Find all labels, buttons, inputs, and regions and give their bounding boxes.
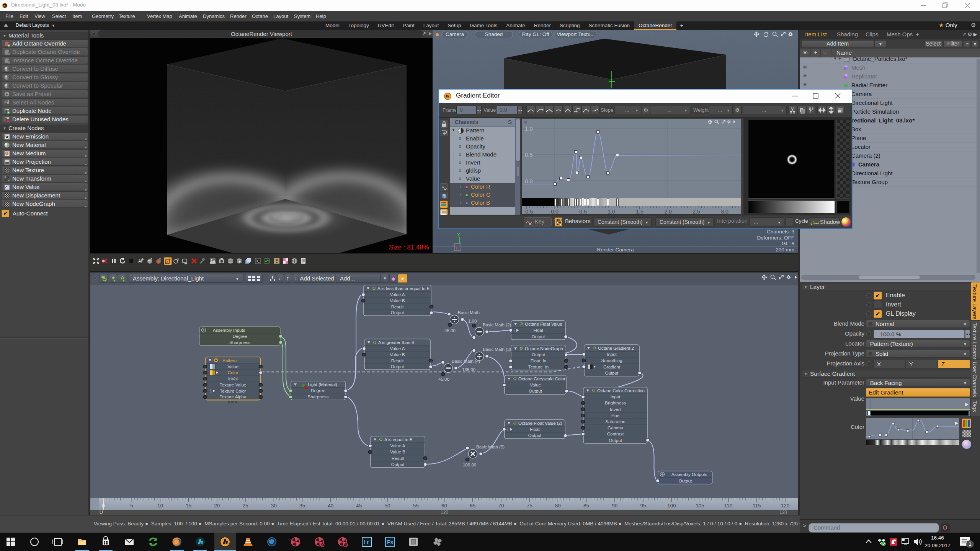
svg-text:Output: Output: [528, 433, 542, 438]
svg-text:Input: Input: [611, 395, 621, 399]
svg-text:Basic Math (3): Basic Math (3): [483, 347, 511, 352]
svg-text:Degree: Degree: [311, 388, 325, 393]
svg-text:3.0: 3.0: [721, 209, 728, 214]
svg-text:45.00: 45.00: [444, 328, 456, 333]
svg-text:25: 25: [243, 503, 248, 509]
svg-text:Output: Output: [391, 310, 404, 315]
svg-text:Invert: Invert: [610, 407, 621, 412]
svg-text:55: 55: [413, 503, 419, 509]
svg-text:40: 40: [328, 503, 333, 509]
svg-text:Texture Value: Texture Value: [220, 383, 246, 387]
svg-text:Color: Color: [228, 370, 238, 375]
svg-text:Value: Value: [227, 364, 238, 369]
svg-text:105: 105: [696, 503, 704, 509]
svg-text:Brightness: Brightness: [605, 401, 626, 405]
svg-text:Value A: Value A: [390, 443, 405, 448]
svg-text:A is greater than B: A is greater than B: [378, 340, 415, 345]
svg-text:110: 110: [724, 503, 733, 509]
svg-text:0.0: 0.0: [551, 209, 559, 214]
svg-text:Value A: Value A: [390, 292, 405, 297]
svg-text:Octane NodeGraph: Octane NodeGraph: [525, 346, 563, 351]
svg-text:20: 20: [214, 503, 220, 509]
svg-text:100: 100: [667, 503, 676, 509]
svg-text:2.5: 2.5: [693, 209, 700, 214]
svg-text:-0.5: -0.5: [524, 209, 533, 214]
svg-text:1.5: 1.5: [636, 209, 644, 214]
svg-text:Y: Y: [457, 232, 460, 238]
svg-text:Octane Color Correction: Octane Color Correction: [597, 388, 645, 393]
svg-text:75: 75: [527, 503, 532, 509]
svg-text:Output: Output: [532, 334, 545, 339]
svg-text:Light (Material): Light (Material): [308, 382, 337, 387]
svg-text:Output: Output: [609, 438, 622, 443]
svg-text:120: 120: [781, 503, 790, 509]
svg-text:Output: Output: [529, 389, 542, 393]
svg-text:S: S: [345, 543, 346, 547]
svg-text:A is less than or equal to B: A is less than or equal to B: [377, 286, 430, 291]
svg-text:Output: Output: [532, 352, 545, 357]
svg-text:Texture Alpha: Texture Alpha: [220, 395, 247, 399]
svg-text:Value B: Value B: [390, 352, 405, 357]
svg-text:Output: Output: [679, 479, 692, 483]
svg-text:Float: Float: [530, 427, 540, 432]
svg-text:Result: Result: [391, 359, 404, 363]
svg-text:2.0: 2.0: [664, 209, 672, 214]
svg-text:45.00: 45.00: [438, 377, 449, 381]
svg-text:100.00: 100.00: [463, 463, 476, 467]
svg-text:Value: Value: [530, 383, 541, 387]
svg-text:1.0: 1.0: [608, 209, 615, 214]
svg-text:Octane Gradient 2: Octane Gradient 2: [598, 346, 634, 350]
svg-text:Output: Output: [391, 462, 405, 467]
svg-text:0.5: 0.5: [525, 152, 533, 158]
svg-text:60: 60: [441, 503, 447, 509]
svg-text:0: 0: [102, 503, 105, 509]
svg-text:Octane Float Value: Octane Float Value: [525, 322, 562, 326]
svg-text:Result: Result: [392, 456, 404, 461]
svg-text:Octane Float Value (2): Octane Float Value (2): [518, 421, 562, 425]
svg-text:Texture Color: Texture Color: [220, 389, 246, 393]
svg-text:Texture_in: Texture_in: [528, 365, 549, 369]
svg-text:1.00: 1.00: [468, 319, 477, 323]
svg-text:5: 5: [130, 503, 133, 509]
svg-text:Ps: Ps: [387, 539, 393, 545]
svg-text:Value B: Value B: [390, 298, 405, 303]
svg-text:Lr: Lr: [364, 539, 369, 545]
svg-text:Saturation: Saturation: [605, 419, 625, 424]
svg-text:Basic Math (4): Basic Math (4): [452, 359, 480, 364]
svg-text:80: 80: [555, 503, 561, 509]
svg-text:Input: Input: [607, 352, 617, 357]
svg-text:0.0: 0.0: [525, 178, 533, 184]
svg-text:135.00: 135.00: [462, 367, 475, 372]
svg-text:Assembly Inputs: Assembly Inputs: [213, 328, 245, 333]
svg-text:90: 90: [612, 503, 617, 509]
svg-text:Float: Float: [533, 328, 543, 333]
svg-text:Pattern: Pattern: [222, 358, 237, 363]
svg-text:30: 30: [271, 503, 277, 509]
svg-text:A is equal to B: A is equal to B: [384, 437, 413, 442]
svg-text:Value B: Value B: [390, 450, 405, 454]
svg-text:15: 15: [186, 503, 191, 509]
svg-text:z: z: [456, 246, 457, 250]
svg-text:Float_in: Float_in: [531, 359, 546, 363]
svg-text:inVal: inVal: [228, 377, 238, 381]
svg-text:Basic Math (2): Basic Math (2): [483, 323, 511, 327]
svg-text:Sharpness: Sharpness: [308, 395, 329, 399]
svg-text:Gamma: Gamma: [608, 425, 624, 430]
svg-text:Sharpness: Sharpness: [229, 340, 250, 345]
svg-text:35: 35: [299, 503, 305, 509]
svg-text:Degree: Degree: [233, 334, 247, 339]
svg-text:95: 95: [640, 503, 646, 509]
svg-text:45: 45: [356, 503, 362, 509]
svg-text:115: 115: [753, 503, 761, 509]
svg-text:50: 50: [385, 503, 390, 509]
svg-text:Octane Greyscale Color: Octane Greyscale Color: [518, 377, 565, 381]
svg-text:Value A: Value A: [390, 346, 405, 351]
svg-text:70: 70: [498, 503, 504, 509]
svg-text:1.0: 1.0: [525, 126, 533, 132]
svg-text:Output: Output: [391, 364, 404, 369]
svg-text:0.5: 0.5: [579, 209, 587, 214]
svg-text:65: 65: [470, 503, 475, 509]
svg-text:Hue: Hue: [611, 413, 619, 418]
svg-text:Assembly Outputs: Assembly Outputs: [671, 472, 707, 477]
svg-text:10: 10: [157, 503, 163, 509]
